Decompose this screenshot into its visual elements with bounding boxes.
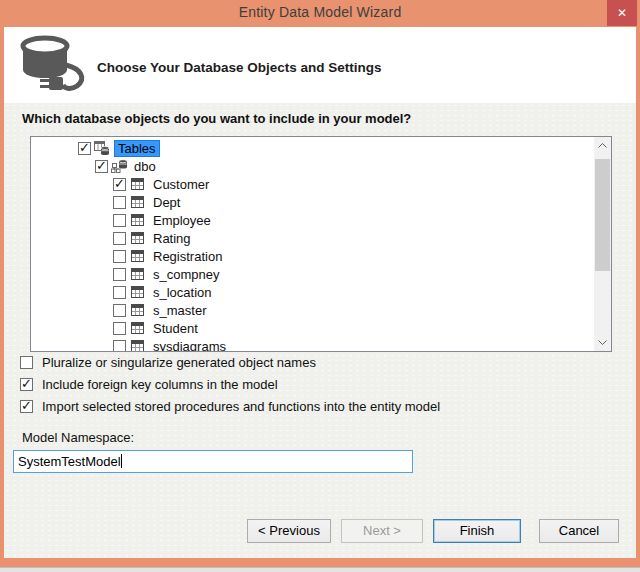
option-label: Pluralize or singularize generated objec… [42,355,316,370]
checkbox[interactable] [113,322,126,335]
model-namespace-value: SystemTestModel [18,454,121,469]
cancel-button[interactable]: Cancel [539,519,619,543]
option-label: Import selected stored procedures and fu… [42,399,440,414]
tree-item-table[interactable]: sysdiagrams [31,337,594,352]
database-objects-tree[interactable]: Tables [30,136,612,352]
tree-item-label[interactable]: Employee [150,213,214,228]
scrollbar-thumb[interactable] [595,159,610,271]
checkbox[interactable] [113,286,126,299]
table-icon [131,214,144,226]
model-namespace-label: Model Namespace: [22,430,134,445]
scroll-up-icon[interactable] [594,137,611,154]
table-icon [131,286,144,298]
tree-item-table[interactable]: Registration [31,247,594,265]
finish-button[interactable]: Finish [433,519,521,543]
tree-item-table[interactable]: Dept [31,193,594,211]
tree-item-table[interactable]: Rating [31,229,594,247]
tree-item-label[interactable]: Customer [150,177,212,192]
checkbox[interactable] [113,250,126,263]
database-plug-icon [14,33,92,99]
close-icon[interactable]: ✕ [607,0,637,26]
table-icon [131,340,144,352]
table-icon [131,322,144,334]
tree-item-table[interactable]: Customer [31,175,594,193]
tree-item-table[interactable]: s_master [31,301,594,319]
table-icon [131,232,144,244]
tree-item-label[interactable]: dbo [131,159,159,174]
table-icon [131,304,144,316]
tree-item-label[interactable]: Dept [150,195,183,210]
checkbox[interactable] [113,196,126,209]
wizard-body: Which database objects do you want to in… [4,103,636,558]
option-import-procedures[interactable]: Import selected stored procedures and fu… [20,399,440,414]
tree-scrollbar[interactable] [594,137,611,351]
scroll-down-icon[interactable] [594,334,611,351]
tree-item-label[interactable]: Rating [150,231,194,246]
table-icon [131,250,144,262]
checkbox[interactable] [113,232,126,245]
tree-item-label[interactable]: s_master [150,303,209,318]
tree-item-table[interactable]: s_location [31,283,594,301]
tables-group-icon [94,141,110,155]
tree-item-label[interactable]: sysdiagrams [150,339,229,353]
wizard-step-title: Choose Your Database Objects and Setting… [97,60,382,75]
checkbox[interactable] [95,160,108,173]
tree-item-label[interactable]: s_location [150,285,215,300]
table-icon [131,268,144,280]
checkbox[interactable] [20,400,33,413]
checkbox[interactable] [113,178,126,191]
tree-item-label[interactable]: Registration [150,249,225,264]
question-label: Which database objects do you want to in… [22,111,411,126]
previous-button[interactable]: < Previous [247,519,331,543]
checkbox[interactable] [20,378,33,391]
table-icon [131,196,144,208]
table-icon [131,178,144,190]
text-caret [121,454,122,468]
tree-item-label[interactable]: s_compney [150,267,222,282]
option-pluralize[interactable]: Pluralize or singularize generated objec… [20,355,316,370]
window-title: Entity Data Model Wizard [0,4,640,20]
checkbox[interactable] [113,340,126,353]
option-label: Include foreign key columns in the model [42,377,278,392]
model-namespace-input[interactable]: SystemTestModel [13,450,413,473]
schema-icon [111,159,127,173]
tree-item-label[interactable]: Tables [114,140,160,157]
wizard-header: Choose Your Database Objects and Setting… [4,27,636,103]
tree-item-label[interactable]: Student [150,321,201,336]
tree-item-table[interactable]: s_compney [31,265,594,283]
checkbox[interactable] [113,268,126,281]
title-bar[interactable]: Entity Data Model Wizard ✕ [0,0,640,27]
checkbox[interactable] [20,356,33,369]
tree-item-tables[interactable]: Tables [31,139,594,157]
background-edge [0,567,640,572]
tree-item-dbo[interactable]: dbo [31,157,594,175]
checkbox[interactable] [113,304,126,317]
tree-item-table[interactable]: Student [31,319,594,337]
option-foreign-keys[interactable]: Include foreign key columns in the model [20,377,278,392]
tree-item-table[interactable]: Employee [31,211,594,229]
next-button[interactable]: Next > [341,519,423,543]
checkbox[interactable] [78,142,91,155]
checkbox[interactable] [113,214,126,227]
entity-data-model-wizard-dialog: Entity Data Model Wizard ✕ Choose Your D… [0,0,640,572]
